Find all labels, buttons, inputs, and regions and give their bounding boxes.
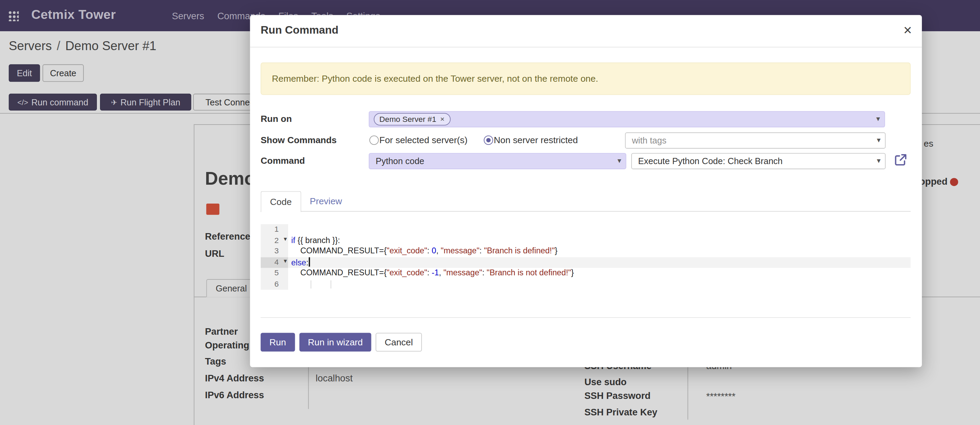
code-line[interactable]: COMMAND_RESULT={"exit_code": 0, "message… [288,246,911,257]
modal-header: Run Command × [250,15,922,48]
radio-for-selected-servers[interactable] [369,136,379,145]
run-on-label: Run on [261,114,292,124]
selected-server-tag[interactable]: Demo Server #1 ✕ [374,113,450,125]
gutter-line-number: 1 [261,224,288,235]
command-type-select[interactable]: Python code ▾ [369,153,626,169]
text-cursor [309,257,310,266]
code-line[interactable]: COMMAND_RESULT={"exit_code": -1, "messag… [288,268,911,279]
code-line[interactable] [288,224,911,235]
caret-down-icon: ▾ [877,156,881,165]
close-icon[interactable]: × [904,20,912,40]
indent-guide [331,280,331,289]
gutter-line-number: 3 [261,246,288,257]
gutter-line-number: 2▾ [261,235,288,246]
editor-gutter: 12▾34▾56 [261,224,288,290]
code-line[interactable]: else: [288,257,911,268]
run-in-wizard-button[interactable]: Run in wizard [299,333,372,352]
code-line[interactable]: if {{ branch }}: [288,235,911,246]
code-editor[interactable]: 12▾34▾56 if {{ branch }}: COMMAND_RESULT… [261,224,911,318]
fold-toggle-icon[interactable]: ▾ [284,257,287,264]
warning-alert-text: Remember: Python code is executed on the… [272,74,598,84]
editor-lines: if {{ branch }}: COMMAND_RESULT={"exit_c… [288,224,911,290]
gutter-line-number: 4▾ [261,257,288,268]
selected-server-tag-label: Demo Server #1 [379,115,436,124]
command-value: Execute Python Code: Check Branch [632,156,783,166]
fold-toggle-icon[interactable]: ▾ [284,235,287,242]
command-select[interactable]: Execute Python Code: Check Branch ▾ [631,153,886,169]
warning-alert: Remember: Python code is executed on the… [261,62,911,95]
remove-tag-icon[interactable]: ✕ [440,116,445,122]
gutter-line-number: 6 [261,279,288,290]
modal-title: Run Command [261,24,338,37]
run-on-select[interactable]: Demo Server #1 ✕ ▾ [369,111,885,127]
modal-tabs: Code Preview [261,191,911,212]
screen: Cetmix Tower Servers Commands Files Tool… [0,0,980,425]
gutter-line-number: 5 [261,268,288,279]
command-type-value: Python code [369,156,424,166]
radio-label-non-server-restricted[interactable]: Non server restricted [494,135,578,145]
cancel-button[interactable]: Cancel [376,333,422,352]
tab-preview[interactable]: Preview [301,191,351,212]
show-commands-label: Show Commands [261,135,336,145]
external-link-icon[interactable] [894,154,907,166]
run-button[interactable]: Run [261,333,294,352]
caret-down-icon: ▾ [876,114,880,123]
with-tags-select[interactable]: with tags ▾ [625,133,886,149]
caret-down-icon: ▾ [877,136,881,144]
radio-label-for-selected-servers[interactable]: For selected server(s) [379,135,467,145]
modal-footer: Run Run in wizard Cancel [261,333,422,352]
code-line[interactable] [288,279,911,290]
command-label: Command [261,155,305,165]
run-command-modal: Run Command × Remember: Python code is e… [250,15,922,367]
radio-non-server-restricted[interactable] [484,136,493,145]
indent-guide [311,280,311,289]
tab-code[interactable]: Code [261,191,301,212]
caret-down-icon: ▾ [617,156,621,165]
with-tags-placeholder: with tags [626,136,667,146]
